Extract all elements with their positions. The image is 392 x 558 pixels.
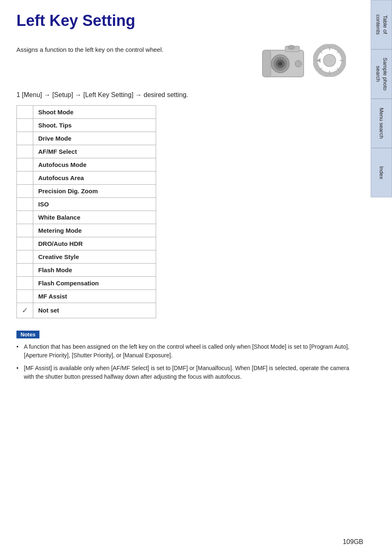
settings-icon-7 [17, 197, 33, 211]
settings-row-14: MF Assist [17, 289, 156, 303]
notes-badge: Notes [16, 331, 39, 338]
settings-label-11: Creative Style [33, 250, 156, 263]
settings-label-10: DRO/Auto HDR [33, 237, 156, 250]
note-item-1: [MF Assist] is available only when [AF/M… [16, 364, 354, 381]
settings-icon-9 [17, 224, 33, 237]
svg-point-18 [323, 54, 336, 67]
sidebar: Table of contents Sample photo search Me… [371, 0, 392, 558]
settings-icon-3 [17, 145, 33, 158]
settings-label-12: Flash Mode [33, 263, 156, 276]
settings-label-13: Flash Compensation [33, 276, 156, 289]
intro-row: Assigns a function to the left key on th… [16, 42, 354, 79]
settings-label-7: ISO [33, 197, 156, 211]
settings-icon-4 [17, 158, 33, 171]
intro-text: Assigns a function to the left key on th… [16, 42, 261, 53]
settings-icon-0 [17, 105, 33, 118]
page-title: Left Key Setting [16, 12, 354, 30]
settings-row-13: Flash Compensation [17, 276, 156, 289]
notes-list: A function that has been assigned on the… [16, 343, 354, 381]
notes-section: Notes A function that has been assigned … [16, 331, 354, 381]
settings-row-10: DRO/Auto HDR [17, 237, 156, 250]
settings-label-4: Autofocus Mode [33, 158, 156, 171]
svg-rect-7 [263, 50, 271, 77]
settings-icon-5 [17, 171, 33, 184]
settings-row-6: Precision Dig. Zoom [17, 184, 156, 197]
settings-icon-15: ✓ [17, 303, 33, 318]
settings-row-15: ✓Not set [17, 303, 156, 318]
settings-label-0: Shoot Mode [33, 105, 156, 118]
settings-label-6: Precision Dig. Zoom [33, 184, 156, 197]
settings-row-0: Shoot Mode [17, 105, 156, 118]
svg-point-6 [295, 60, 302, 67]
settings-icon-14 [17, 289, 33, 303]
settings-row-11: Creative Style [17, 250, 156, 263]
settings-label-8: White Balance [33, 211, 156, 224]
camera-body-svg [261, 42, 310, 79]
settings-label-9: Metering Mode [33, 224, 156, 237]
settings-label-1: Shoot. Tips [33, 118, 156, 132]
settings-icon-2 [17, 132, 33, 145]
page-number: 109GB [343, 538, 363, 546]
settings-label-15: Not set [33, 303, 156, 318]
nav-instruction: 1 [Menu] → [Setup] → [Left Key Setting] … [16, 91, 354, 99]
settings-icon-1 [17, 118, 33, 132]
settings-row-2: Drive Mode [17, 132, 156, 145]
sidebar-tab-menu-search[interactable]: Menu search [371, 99, 392, 148]
settings-label-2: Drive Mode [33, 132, 156, 145]
settings-label-5: Autofocus Area [33, 171, 156, 184]
settings-row-4: Autofocus Mode [17, 158, 156, 171]
sidebar-tab-sample-photo-search[interactable]: Sample photo search [371, 49, 392, 99]
camera-illustration [261, 42, 346, 79]
settings-icon-13 [17, 276, 33, 289]
control-wheel-svg [313, 44, 346, 77]
settings-icon-8 [17, 211, 33, 224]
sidebar-tab-table-of-contents[interactable]: Table of contents [371, 0, 392, 49]
svg-point-5 [278, 62, 282, 66]
settings-icon-10 [17, 237, 33, 250]
note-item-0: A function that has been assigned on the… [16, 343, 354, 360]
settings-icon-12 [17, 263, 33, 276]
settings-icon-6 [17, 184, 33, 197]
settings-row-3: AF/MF Select [17, 145, 156, 158]
settings-label-14: MF Assist [33, 289, 156, 303]
settings-label-3: AF/MF Select [33, 145, 156, 158]
settings-row-5: Autofocus Area [17, 171, 156, 184]
settings-row-1: Shoot. Tips [17, 118, 156, 132]
settings-row-12: Flash Mode [17, 263, 156, 276]
main-content: Left Key Setting Assigns a function to t… [0, 0, 371, 402]
settings-icon-11 [17, 250, 33, 263]
svg-point-8 [288, 45, 295, 49]
settings-table: Shoot ModeShoot. TipsDrive ModeAF/MF Sel… [16, 105, 156, 318]
settings-row-7: ISO [17, 197, 156, 211]
sidebar-tab-index[interactable]: Index [371, 148, 392, 197]
settings-row-9: Metering Mode [17, 224, 156, 237]
settings-row-8: White Balance [17, 211, 156, 224]
